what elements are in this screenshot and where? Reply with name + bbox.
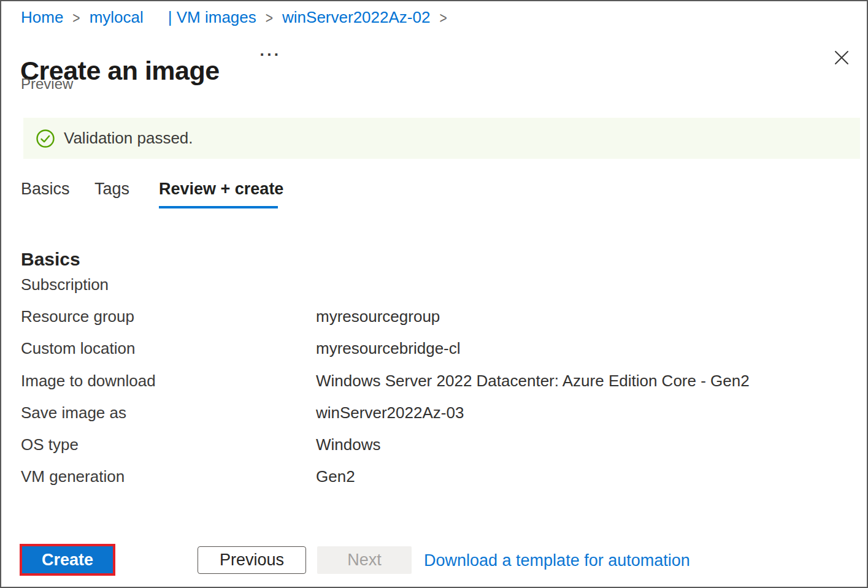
- breadcrumb-item-winserver2022az-02[interactable]: winServer2022Az-02: [282, 8, 430, 27]
- field-row-os-type: OS type Windows: [21, 436, 843, 468]
- field-label: OS type: [21, 436, 316, 453]
- success-check-icon: [36, 129, 55, 148]
- section-heading-basics: Basics: [21, 249, 80, 270]
- field-row-save-image-as: Save image as winServer2022Az-03: [21, 404, 843, 436]
- close-icon: [831, 47, 852, 68]
- field-row-image-to-download: Image to download Windows Server 2022 Da…: [21, 372, 843, 404]
- breadcrumb-item-home[interactable]: Home: [21, 8, 63, 27]
- active-tab-indicator: [159, 206, 278, 208]
- field-value: myresourcegroup: [316, 308, 440, 325]
- create-button-highlight: Create: [20, 544, 115, 576]
- field-value: Gen2: [316, 468, 355, 485]
- preview-badge: Preview: [21, 75, 73, 93]
- more-options-icon[interactable]: ···: [257, 47, 284, 66]
- tab-tags[interactable]: Tags: [94, 180, 129, 198]
- tab-review-create[interactable]: Review + create: [159, 180, 283, 198]
- breadcrumb-item-mylocal[interactable]: mylocal: [90, 8, 144, 27]
- validation-banner: Validation passed.: [23, 118, 860, 159]
- field-row-vm-generation: VM generation Gen2: [21, 468, 843, 500]
- close-button[interactable]: [828, 44, 855, 71]
- create-image-pane: { "breadcrumb": { "separator": ">", "ite…: [0, 0, 868, 588]
- tab-basics[interactable]: Basics: [21, 180, 70, 198]
- breadcrumb-item-vm-images[interactable]: | VM images: [168, 8, 256, 27]
- next-button[interactable]: Next: [317, 546, 412, 574]
- chevron-right-icon: >: [266, 9, 273, 27]
- field-row-subscription: Subscription: [21, 276, 843, 308]
- chevron-right-icon: >: [72, 9, 80, 27]
- field-label: VM generation: [21, 468, 316, 485]
- field-value: winServer2022Az-03: [316, 404, 464, 421]
- download-template-link[interactable]: Download a template for automation: [424, 551, 690, 570]
- chevron-right-icon: >: [439, 9, 447, 27]
- validation-message: Validation passed.: [64, 129, 193, 148]
- field-label: Subscription: [21, 276, 316, 293]
- field-label: Save image as: [21, 404, 316, 421]
- field-value: Windows: [316, 436, 380, 453]
- field-row-resource-group: Resource group myresourcegroup: [21, 308, 843, 340]
- field-row-custom-location: Custom location myresourcebridge-cl: [21, 340, 843, 372]
- field-value: myresourcebridge-cl: [316, 340, 461, 357]
- field-label: Custom location: [21, 340, 316, 357]
- field-label: Resource group: [21, 308, 316, 325]
- previous-button[interactable]: Previous: [198, 546, 306, 574]
- breadcrumb: Home > mylocal | VM images > winServer20…: [21, 8, 456, 27]
- create-button[interactable]: Create: [22, 546, 113, 573]
- review-fields: Subscription Resource group myresourcegr…: [21, 276, 843, 500]
- field-value: Windows Server 2022 Datacenter: Azure Ed…: [316, 372, 750, 389]
- field-label: Image to download: [21, 372, 316, 389]
